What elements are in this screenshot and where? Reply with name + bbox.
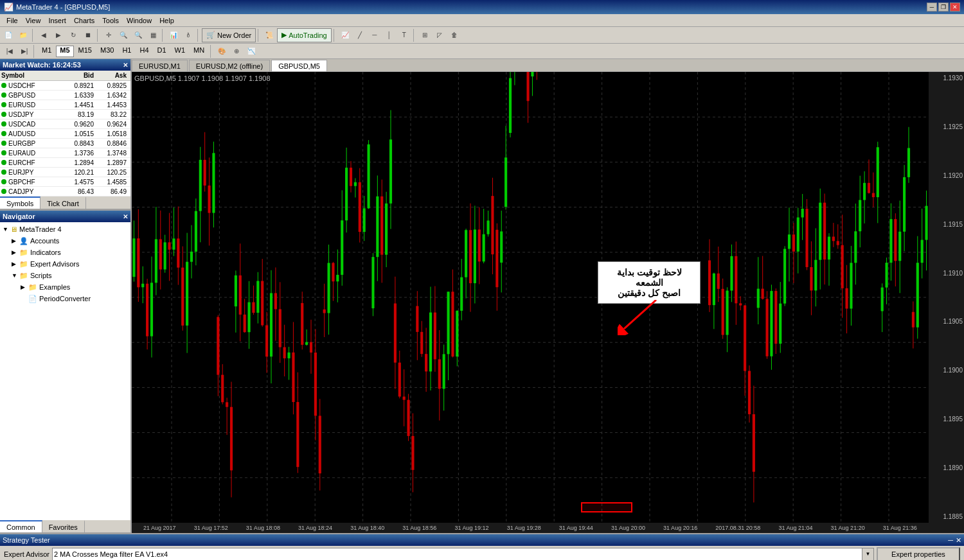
app-icon: 📈 [4, 3, 13, 12]
market-watch-row[interactable]: USDJPY83.1983.22 [0, 110, 130, 119]
gann-btn[interactable]: ◸ [433, 28, 447, 42]
minimize-button[interactable]: ─ [927, 3, 937, 12]
fibrect-btn[interactable]: ⊞ [418, 28, 432, 42]
nav-root[interactable]: ▼ 🖥 MetaTrader 4 [1, 223, 129, 235]
template-btn[interactable]: 🎨 [215, 44, 229, 58]
vline-btn[interactable]: │ [382, 28, 397, 42]
bid-cell: 0.8843 [58, 140, 94, 147]
title-bar-controls: ─ ❐ ✕ [927, 3, 960, 12]
ask-cell: 1.3748 [94, 150, 129, 157]
menu-insert[interactable]: Insert [44, 14, 70, 26]
symbol-cell: EURAUD [8, 150, 58, 157]
nav-indicators-label: Indicators [30, 249, 61, 256]
chart-canvas[interactable]: GBPUSD,M5 1.1907 1.1908 1.1907 1.1908 [132, 72, 964, 523]
chart-tab-eurusd-m1[interactable]: EURUSD,M1 [132, 60, 188, 71]
navigator-tree: ▼ 🖥 MetaTrader 4 ▶ 👤 Accounts ▶ 📁 Indica… [0, 222, 130, 520]
close-button[interactable]: ✕ [950, 3, 960, 12]
period-w1[interactable]: W1 [171, 46, 190, 57]
market-watch-row[interactable]: USDCAD0.96200.9624 [0, 119, 130, 129]
nav-examples[interactable]: ▶ 📁 Examples [1, 281, 129, 293]
period-m30[interactable]: M30 [96, 46, 118, 57]
chart-tab-gbpusd-m5[interactable]: GBPUSD,M5 [271, 60, 327, 71]
tester-minimize[interactable]: ─ [948, 536, 953, 545]
status-dot [1, 121, 6, 127]
menu-help[interactable]: Help [156, 14, 178, 26]
history-btn[interactable]: 📜 [262, 28, 276, 42]
market-watch-row[interactable]: EURAUD1.37361.3748 [0, 148, 130, 158]
tab-symbols[interactable]: Symbols [0, 197, 40, 209]
period-sep-btn[interactable]: ⊕ [229, 44, 244, 58]
tab-tick-chart[interactable]: Tick Chart [40, 197, 86, 209]
nav-period-converter[interactable]: 📄 PeriodConverter [1, 293, 129, 304]
period-d1[interactable]: D1 [154, 46, 170, 57]
back-btn[interactable]: ◀ [37, 28, 51, 42]
delete-btn[interactable]: 🗑 [447, 28, 461, 42]
market-watch-rows: USDCHF0.89210.8925GBPUSD1.63391.6342EURU… [0, 81, 130, 197]
period-h4[interactable]: H4 [136, 46, 152, 57]
indicator-btn[interactable]: 📈 [338, 28, 352, 42]
price-1: 1.1930 [930, 74, 963, 82]
period-mn[interactable]: MN [190, 46, 208, 57]
status-dot [1, 141, 6, 146]
menu-window[interactable]: Window [123, 14, 156, 26]
market-watch-row[interactable]: EURJPY120.21120.25 [0, 168, 130, 177]
new-chart-btn[interactable]: 📄 [1, 28, 15, 42]
restore-button[interactable]: ❐ [938, 3, 949, 12]
market-watch-row[interactable]: GBPCHF1.45751.4585 [0, 177, 130, 187]
forward-btn[interactable]: ▶ [51, 28, 66, 42]
crosshair-btn[interactable]: ✛ [102, 28, 116, 42]
market-watch-row[interactable]: CADJPY86.4386.49 [0, 187, 130, 197]
trendline-btn[interactable]: ╱ [353, 28, 367, 42]
navigator-close[interactable]: ✕ [123, 213, 128, 220]
price-5: 1.1910 [930, 270, 963, 277]
market-watch-row[interactable]: EURCHF1.28941.2897 [0, 158, 130, 168]
text-btn[interactable]: T [397, 28, 411, 42]
nav-indicators-arrow: ▶ [12, 249, 19, 256]
nav-accounts[interactable]: ▶ 👤 Accounts [1, 235, 129, 247]
hline-btn[interactable]: ─ [368, 28, 382, 42]
market-watch-row[interactable]: EURGBP0.88430.8846 [0, 139, 130, 148]
nav-expert-advisors[interactable]: ▶ 📁 Expert Advisors [1, 258, 129, 270]
next-bar-btn[interactable]: ▶| [17, 44, 31, 58]
price-4: 1.1915 [930, 221, 963, 228]
ea-combo-wrapper: ▼ [52, 548, 874, 561]
nav-scripts[interactable]: ▼ 📁 Scripts [1, 270, 129, 281]
time-3: 31 Aug 18:08 [246, 525, 280, 531]
zoom-in-btn[interactable]: 🔍 [116, 28, 130, 42]
left-panel: Market Watch: 16:24:53 ✕ Symbol Bid Ask … [0, 59, 132, 533]
tester-close[interactable]: ✕ [956, 536, 961, 545]
market-watch-row[interactable]: AUDUSD1.05151.0518 [0, 129, 130, 139]
new-order-btn[interactable]: 🛒 New Order [202, 28, 256, 42]
market-watch-row[interactable]: USDCHF0.89210.8925 [0, 81, 130, 91]
chart-btn[interactable]: ▦ [146, 28, 160, 42]
candle-btn[interactable]: 🕯 [181, 28, 195, 42]
tab-common[interactable]: Common [0, 520, 42, 532]
auto-trading-btn[interactable]: ▶ AutoTrading [277, 28, 332, 42]
refresh-btn[interactable]: ↻ [66, 28, 80, 42]
nav-indicators[interactable]: ▶ 📁 Indicators [1, 247, 129, 258]
market-watch-row[interactable]: GBPUSD1.63391.6342 [0, 91, 130, 100]
prev-bar-btn[interactable]: |◀ [3, 44, 17, 58]
chart-tab-eurusd-m2[interactable]: EURUSD,M2 (offline) [189, 60, 270, 71]
ea-input[interactable] [52, 548, 862, 561]
period-m5[interactable]: M5 [56, 46, 73, 57]
market-watch-row[interactable]: EURUSD1.44511.4453 [0, 100, 130, 110]
period-m15[interactable]: M15 [75, 46, 96, 57]
zoom-out-btn[interactable]: 🔍 [131, 28, 145, 42]
stop-btn[interactable]: ⏹ [81, 28, 95, 42]
menu-tools[interactable]: Tools [98, 14, 123, 26]
menu-file[interactable]: File [3, 14, 22, 26]
period-m1[interactable]: M1 [38, 46, 55, 57]
indicators-btn[interactable]: 📉 [244, 44, 258, 58]
bar-chart-btn[interactable]: 📊 [166, 28, 181, 42]
navigator-header: Navigator ✕ [0, 211, 130, 222]
open-btn[interactable]: 📁 [16, 28, 30, 42]
tab-favorites[interactable]: Favorites [42, 520, 85, 532]
menu-view[interactable]: View [22, 14, 45, 26]
price-10: 1.1885 [930, 513, 963, 520]
ea-dropdown-btn[interactable]: ▼ [862, 548, 874, 561]
market-watch-close[interactable]: ✕ [123, 62, 128, 69]
expert-properties-btn[interactable]: Expert properties [877, 547, 960, 561]
period-h1[interactable]: H1 [118, 46, 135, 57]
menu-charts[interactable]: Charts [70, 14, 98, 26]
